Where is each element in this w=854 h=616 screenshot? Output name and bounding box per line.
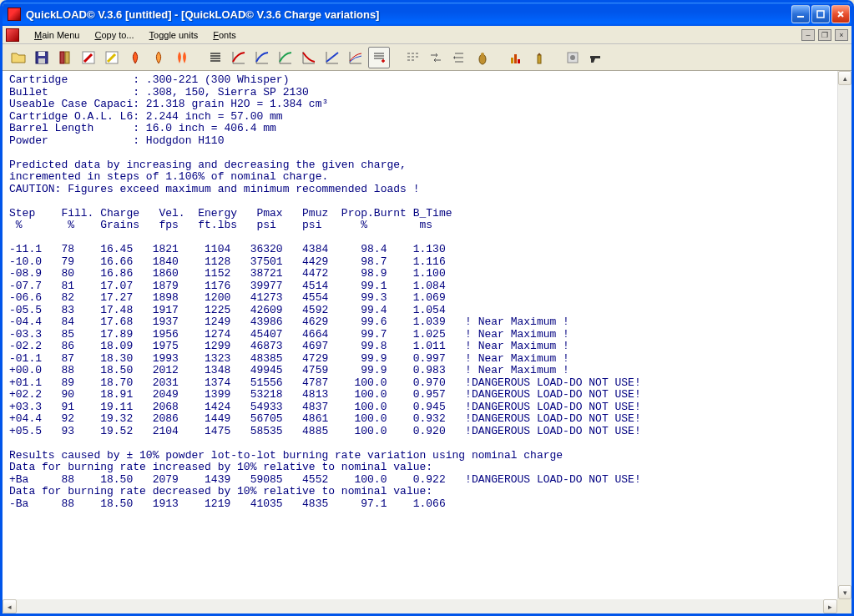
bullet-icon-button[interactable] [472,47,493,68]
svg-point-16 [570,55,575,60]
cartridge-button[interactable] [528,47,550,68]
svg-rect-3 [38,52,45,56]
transfer-button[interactable] [425,47,447,68]
scroll-down-button[interactable]: ▾ [838,585,851,599]
edit-yellow-button[interactable] [101,47,123,68]
fire-button-1[interactable] [124,47,146,68]
svg-rect-12 [514,54,517,63]
vertical-scrollbar[interactable]: ▴ ▾ [837,71,851,599]
app-window: QuickLOAD© V.3.6 [untitled] - [QuickLOAD… [0,0,854,616]
scroll-left-button[interactable]: ◂ [3,599,17,613]
output-text[interactable]: Cartridge : .300-221 (300 Whisper) Bulle… [3,71,837,599]
svg-rect-0 [797,16,804,18]
svg-rect-14 [538,55,541,63]
svg-point-10 [481,53,484,56]
chart-blue2-button[interactable] [321,47,343,68]
mdi-close-button[interactable]: × [835,29,848,41]
mdi-restore-button[interactable]: ❐ [818,29,831,41]
svg-rect-11 [511,58,513,63]
menu-app-icon [6,28,19,42]
gun-button[interactable] [585,47,607,68]
app-icon [8,8,21,21]
maximize-button[interactable] [811,5,830,23]
settings-button[interactable] [562,47,584,68]
menubar: Main Menu Copy to... Toggle units Fonts … [3,26,851,44]
window-title: QuickLOAD© V.3.6 [untitled] - [QuickLOAD… [26,8,791,21]
fire-button-2[interactable] [148,47,169,68]
svg-rect-5 [60,52,64,63]
edit-red-button[interactable] [78,47,99,68]
chart-blue-button[interactable] [251,47,273,68]
list-button[interactable] [205,47,226,68]
dotted-list-button[interactable] [402,47,423,68]
save-file-button[interactable] [31,47,53,68]
menu-copy[interactable]: Copy to... [88,28,140,42]
chart-red2-button[interactable] [298,47,320,68]
svg-rect-6 [65,52,69,63]
svg-rect-1 [817,11,824,18]
chart-multi-button[interactable] [345,47,366,68]
svg-rect-4 [38,58,45,63]
horizontal-scrollbar[interactable]: ◂ ▸ [3,599,837,613]
content-area: Cartridge : .300-221 (300 Whisper) Bulle… [3,71,851,613]
scroll-track-v[interactable] [838,85,851,585]
book-button[interactable] [54,47,76,68]
list-plus-button[interactable] [368,47,390,68]
titlebar[interactable]: QuickLOAD© V.3.6 [untitled] - [QuickLOAD… [3,3,851,26]
open-file-button[interactable] [8,47,29,68]
toolbar [3,44,851,71]
transfer2-button[interactable] [448,47,470,68]
scroll-track-h[interactable] [17,599,823,613]
menu-main[interactable]: Main Menu [28,28,86,42]
scroll-right-button[interactable]: ▸ [823,599,837,613]
minimize-button[interactable] [791,5,810,23]
chart-red-button[interactable] [228,47,250,68]
menu-toggle[interactable]: Toggle units [143,28,205,42]
svg-rect-13 [518,59,520,63]
scroll-up-button[interactable]: ▴ [838,71,851,85]
fire-button-3[interactable] [171,47,193,68]
close-button[interactable] [831,5,850,23]
chart-green-button[interactable] [275,47,296,68]
menu-fonts[interactable]: Fonts [206,28,243,42]
scroll-corner [837,599,851,613]
bar-chart-button[interactable] [505,47,527,68]
mdi-minimize-button[interactable]: – [801,29,815,41]
